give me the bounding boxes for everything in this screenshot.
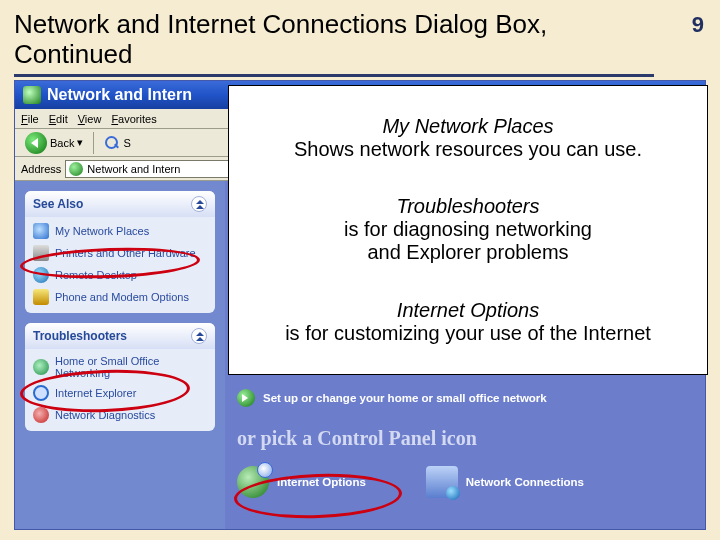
search-label: S <box>123 137 130 149</box>
back-button[interactable]: Back ▾ <box>21 130 87 156</box>
overlay-title: Troubleshooters <box>247 195 689 218</box>
chevron-up-icon <box>191 328 207 344</box>
page-number: 9 <box>692 12 704 38</box>
toolbar-separator <box>93 132 94 154</box>
search-button[interactable]: S <box>100 133 134 153</box>
dropdown-icon: ▾ <box>77 136 83 149</box>
sidebar-item-internet-explorer[interactable]: Internet Explorer <box>33 385 207 401</box>
sidebar-item-label: My Network Places <box>55 225 149 237</box>
diagnostics-icon <box>33 407 49 423</box>
internet-options-icon <box>237 466 269 498</box>
overlay-title: My Network Places <box>247 115 689 138</box>
address-value: Network and Intern <box>87 163 180 175</box>
back-label: Back <box>50 137 74 149</box>
sidebar-item-home-office[interactable]: Home or Small Office Networking <box>33 355 207 379</box>
sidebar-item-label: Internet Explorer <box>55 387 136 399</box>
cp-item-internet-options[interactable]: Internet Options <box>237 466 366 498</box>
sidebar-item-label: Network Diagnostics <box>55 409 155 421</box>
sidebar-item-phone-modem[interactable]: Phone and Modem Options <box>33 289 207 305</box>
overlay-text: is for diagnosing networking <box>344 218 592 240</box>
panel-see-also: See Also My Network Places Printers and … <box>25 191 215 313</box>
explanation-overlay: My Network Places Shows network resource… <box>228 85 708 375</box>
menu-file[interactable]: File <box>21 113 39 125</box>
back-icon <box>25 132 47 154</box>
chevron-up-icon <box>191 196 207 212</box>
sidebar-item-my-network-places[interactable]: My Network Places <box>33 223 207 239</box>
task-label: Set up or change your home or small offi… <box>263 392 547 404</box>
panel-troubleshooters-header[interactable]: Troubleshooters <box>25 323 215 349</box>
pick-heading: or pick a Control Panel icon <box>237 427 693 450</box>
search-icon <box>104 135 120 151</box>
window-title: Network and Intern <box>47 86 192 104</box>
panel-troubleshooters: Troubleshooters Home or Small Office Net… <box>25 323 215 431</box>
slide-title: Network and Internet Connections Dialog … <box>14 10 654 77</box>
sidebar-item-label: Remote Desktop <box>55 269 137 281</box>
sidebar: See Also My Network Places Printers and … <box>15 181 225 529</box>
sidebar-item-printers[interactable]: Printers and Other Hardware <box>33 245 207 261</box>
overlay-text: is for customizing your use of the Inter… <box>285 322 651 344</box>
network-connections-icon <box>426 466 458 498</box>
sidebar-item-remote-desktop[interactable]: Remote Desktop <box>33 267 207 283</box>
cp-item-network-connections[interactable]: Network Connections <box>426 466 584 498</box>
sidebar-item-network-diagnostics[interactable]: Network Diagnostics <box>33 407 207 423</box>
menu-view[interactable]: View <box>78 113 102 125</box>
panel-see-also-title: See Also <box>33 197 83 211</box>
overlay-block: Troubleshooters is for diagnosing networ… <box>247 195 689 264</box>
remote-desktop-icon <box>33 267 49 283</box>
overlay-block: My Network Places Shows network resource… <box>247 115 689 161</box>
overlay-text: and Explorer problems <box>367 241 568 263</box>
network-places-icon <box>33 223 49 239</box>
overlay-block: Internet Options is for customizing your… <box>247 299 689 345</box>
menu-favorites[interactable]: Favorites <box>111 113 156 125</box>
panel-troubleshooters-body: Home or Small Office Networking Internet… <box>25 349 215 431</box>
address-label: Address <box>21 163 61 175</box>
overlay-text: Shows network resources you can use. <box>294 138 642 160</box>
cp-icons-row: Internet Options Network Connections <box>237 466 693 498</box>
sidebar-item-label: Home or Small Office Networking <box>55 355 207 379</box>
app-icon <box>23 86 41 104</box>
sidebar-item-label: Phone and Modem Options <box>55 291 189 303</box>
globe-icon <box>69 162 83 176</box>
ie-icon <box>33 385 49 401</box>
menu-edit[interactable]: Edit <box>49 113 68 125</box>
cp-item-label: Network Connections <box>466 476 584 488</box>
cp-item-label: Internet Options <box>277 476 366 488</box>
phone-icon <box>33 289 49 305</box>
sidebar-item-label: Printers and Other Hardware <box>55 247 196 259</box>
panel-see-also-header[interactable]: See Also <box>25 191 215 217</box>
overlay-title: Internet Options <box>247 299 689 322</box>
panel-troubleshooters-title: Troubleshooters <box>33 329 127 343</box>
panel-see-also-body: My Network Places Printers and Other Har… <box>25 217 215 313</box>
help-icon <box>33 359 49 375</box>
task-setup-network[interactable]: Set up or change your home or small offi… <box>237 389 693 407</box>
printer-icon <box>33 245 49 261</box>
arrow-right-icon <box>237 389 255 407</box>
